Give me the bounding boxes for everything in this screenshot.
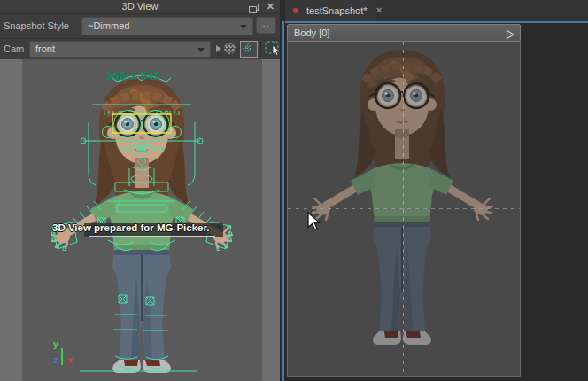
- mg-picker-window: 3D View ✕ Snapshot Style ~Dimmed .. Cam …: [0, 0, 588, 381]
- focus-border-left: [282, 21, 284, 381]
- cam-label: Cam: [4, 40, 24, 58]
- checker-transparency-icon[interactable]: [224, 43, 236, 54]
- snapshot-style-row: Snapshot Style ~Dimmed ..: [0, 14, 280, 39]
- cam-row: Cam front: [0, 39, 280, 60]
- tab-close-icon[interactable]: ✕: [375, 0, 383, 21]
- close-icon[interactable]: ✕: [267, 0, 275, 13]
- picker-tab-bar: testSnapshot* ✕: [285, 0, 588, 21]
- snapshot-style-dropdown[interactable]: ~Dimmed: [81, 17, 253, 35]
- modified-dot-icon: [293, 8, 298, 13]
- body-group-label: Body [0]: [294, 25, 329, 41]
- chevron-down-icon: [197, 48, 205, 52]
- resolution-gate-label: 960 x 540: [106, 70, 161, 82]
- float-window-icon[interactable]: [251, 4, 259, 11]
- snapshot-style-label: Snapshot Style: [4, 17, 69, 35]
- picker-panel: Body [0]: [285, 23, 588, 381]
- axis-y-line: [61, 348, 63, 365]
- center-guide-horizontal: [288, 208, 520, 209]
- expand-arrow-icon[interactable]: [216, 45, 221, 52]
- body-group-header[interactable]: Body [0]: [287, 24, 521, 42]
- cam-value: front: [35, 42, 55, 57]
- panel-title-bar[interactable]: 3D View ✕: [0, 0, 280, 14]
- 3d-viewport[interactable]: 960 x 540 3D View prepared for MG-Picker…: [0, 59, 280, 381]
- snapshot-style-value: ~Dimmed: [88, 18, 129, 35]
- cam-dropdown[interactable]: front: [29, 41, 211, 58]
- toolbar-separator: [260, 42, 261, 57]
- axis-z-label: z: [53, 355, 58, 365]
- snapshot-canvas[interactable]: [287, 42, 521, 377]
- panel-title: 3D View: [0, 0, 280, 13]
- axis-x-label: x: [67, 355, 73, 365]
- snapshot-style-more-button[interactable]: ..: [256, 17, 276, 34]
- viewport-overlay-message: 3D View prepared for MG-Picker.: [52, 222, 209, 233]
- overlay-underline: [89, 236, 215, 237]
- mouse-cursor: [307, 212, 321, 235]
- tab-label: testSnapshot*: [306, 5, 368, 16]
- capture-frame-icon[interactable]: [240, 41, 258, 58]
- 3d-view-panel: 3D View ✕ Snapshot Style ~Dimmed .. Cam …: [0, 0, 280, 381]
- chevron-down-icon: [240, 25, 247, 29]
- tab-test-snapshot[interactable]: testSnapshot* ✕: [285, 0, 376, 21]
- axis-y-label: y: [53, 339, 58, 349]
